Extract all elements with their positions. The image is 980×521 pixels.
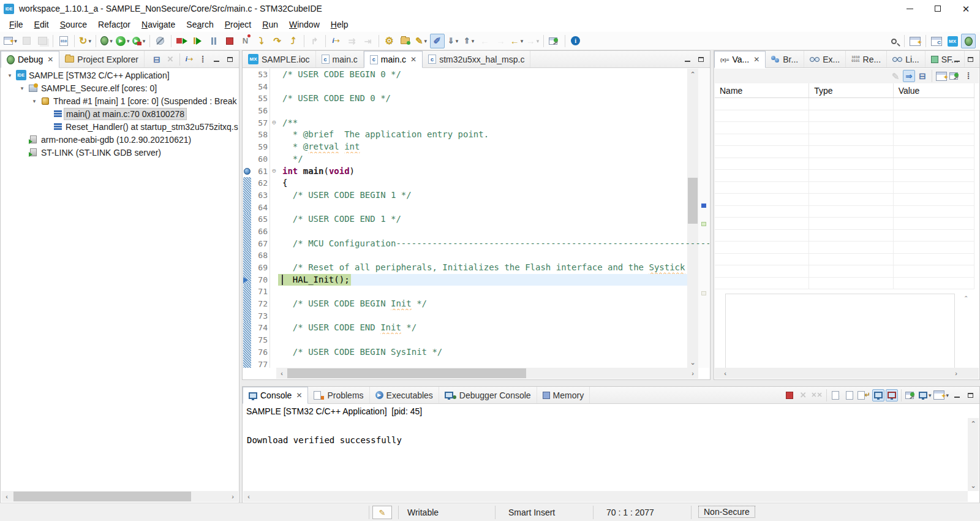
- variables-empty-row[interactable]: [715, 122, 974, 134]
- mark-occurrences-button[interactable]: ✎▾: [414, 34, 429, 48]
- code-line-76[interactable]: 76 /* USER CODE BEGIN SysInit */: [243, 346, 709, 359]
- annotation-gutter[interactable]: [243, 310, 251, 322]
- console-tab-problems[interactable]: Problems: [308, 387, 369, 403]
- menu-project[interactable]: Project: [219, 18, 257, 31]
- last-edit-forward-button[interactable]: →: [494, 34, 508, 48]
- debug-tab-project-explorer[interactable]: Project Explorer: [59, 51, 145, 67]
- step-into-selection-button[interactable]: i➝: [183, 53, 195, 66]
- debug-hscrollbar[interactable]: ‹ ›: [1, 491, 238, 502]
- show-type-names-button[interactable]: ✎: [889, 70, 902, 82]
- view-menu-button[interactable]: ⁞: [962, 70, 974, 82]
- minimize-button[interactable]: [951, 53, 963, 66]
- code-line-61[interactable]: 61⊖int main(void): [243, 165, 709, 178]
- run-button[interactable]: ▶▾: [115, 34, 130, 48]
- code-line-69[interactable]: 69 /* Reset of all peripherals, Initiali…: [243, 262, 709, 274]
- maximize-button[interactable]: [695, 53, 707, 66]
- forward-history-button[interactable]: →▾: [526, 34, 540, 48]
- resume-button[interactable]: [190, 34, 205, 48]
- console-tab-debugger-console[interactable]: Debugger Console: [439, 387, 537, 403]
- build-button[interactable]: 010: [56, 34, 71, 48]
- remove-launch-button[interactable]: ✕: [797, 389, 809, 401]
- collapse-icon[interactable]: ▾: [29, 98, 39, 104]
- variables-empty-row[interactable]: [715, 146, 974, 158]
- code-line-74[interactable]: 74 /* USER CODE END Init */: [243, 322, 709, 334]
- maximize-button[interactable]: [224, 53, 236, 66]
- show-on-stderr-button[interactable]: [886, 389, 898, 401]
- search-button[interactable]: [886, 34, 901, 48]
- variables-empty-row[interactable]: [715, 278, 974, 290]
- run-to-line-button[interactable]: ⇉: [345, 34, 360, 48]
- open-perspective-button[interactable]: ✦: [908, 34, 922, 48]
- annotation-gutter[interactable]: [243, 93, 251, 105]
- pin-editor-button[interactable]: [547, 34, 562, 48]
- annotation-gutter[interactable]: [243, 346, 251, 359]
- editor-vscrollbar[interactable]: ⌃ ⌄: [687, 69, 698, 368]
- code-line-54[interactable]: 54: [243, 81, 709, 93]
- code-line-62[interactable]: 62{: [243, 177, 709, 189]
- close-tab-icon[interactable]: ✕: [47, 55, 53, 64]
- editor-tab-main-c[interactable]: cmain.c: [316, 51, 364, 67]
- next-annotation-button[interactable]: ⇓▾: [446, 34, 461, 48]
- annotation-gutter[interactable]: [243, 298, 251, 310]
- maximize-button[interactable]: [964, 389, 976, 401]
- code-line-65[interactable]: 65 /* USER CODE END 1 */: [243, 213, 709, 226]
- console-tab-executables[interactable]: ▶Executables: [370, 387, 439, 403]
- last-edit-back-button[interactable]: ←: [478, 34, 492, 48]
- code-line-53[interactable]: 53/* USER CODE BEGIN 0 */: [243, 69, 709, 81]
- remove-all-terminated-button[interactable]: ✕✕: [810, 389, 823, 401]
- edit-mode-icon[interactable]: ✎: [372, 506, 392, 519]
- minimize-window-button[interactable]: [895, 0, 924, 17]
- clear-console-button[interactable]: ✕: [830, 389, 842, 401]
- menu-file[interactable]: File: [4, 18, 29, 31]
- annotation-gutter[interactable]: [243, 69, 251, 81]
- breakpoint-icon[interactable]: [244, 168, 251, 175]
- back-history-button[interactable]: ←▾: [510, 34, 524, 48]
- collapse-icon[interactable]: ▾: [5, 72, 15, 78]
- vars-tab-re[interactable]: 10100101Re...: [846, 51, 887, 67]
- editor-tab-stm32u5xx-hal-msp-c[interactable]: cstm32u5xx_hal_msp.c: [423, 51, 530, 67]
- show-logical-structure-button[interactable]: ⇒: [903, 70, 915, 82]
- annotation-gutter[interactable]: [243, 81, 251, 93]
- variable-detail-pane[interactable]: [725, 294, 955, 376]
- display-console-button[interactable]: ▾: [918, 389, 932, 401]
- fold-marker-icon[interactable]: ⊖: [270, 117, 278, 129]
- annotation-gutter[interactable]: [243, 286, 251, 298]
- suspend-button[interactable]: [206, 34, 221, 48]
- save-button[interactable]: [19, 34, 34, 48]
- variables-empty-row[interactable]: [715, 206, 974, 218]
- variables-empty-row[interactable]: [715, 241, 974, 254]
- new-wizard-button[interactable]: ✦▾: [3, 34, 18, 48]
- terminate-button[interactable]: [783, 389, 796, 401]
- editor-tab-main-c[interactable]: cmain.c✕: [364, 51, 423, 68]
- console-vscrollbar[interactable]: ⌃ ⌄: [968, 418, 979, 491]
- maximize-button[interactable]: [964, 53, 976, 66]
- annotation-gutter[interactable]: [243, 189, 251, 202]
- menu-navigate[interactable]: Navigate: [136, 18, 181, 31]
- overview-ruler[interactable]: [698, 69, 709, 368]
- column-header-type[interactable]: Type: [809, 83, 893, 97]
- debug-perspective-button[interactable]: [961, 34, 976, 48]
- variables-empty-row[interactable]: [715, 230, 974, 242]
- word-wrap-button[interactable]: ↵: [857, 389, 871, 401]
- debug-tree-item-arm-none-eabi-gdb[interactable]: arm-none-eabi-gdb (10.2.90.20210621): [1, 133, 238, 146]
- variables-empty-row[interactable]: [715, 110, 974, 123]
- debug-tab-debug[interactable]: Debug✕: [1, 51, 59, 68]
- menu-edit[interactable]: Edit: [29, 18, 55, 31]
- code-line-59[interactable]: 59 * @retval int: [243, 141, 709, 153]
- code-line-75[interactable]: 75: [243, 334, 709, 346]
- code-line-57[interactable]: 57⊖/**: [243, 117, 709, 129]
- variables-empty-row[interactable]: [715, 182, 974, 194]
- variables-empty-row[interactable]: [715, 218, 974, 230]
- menu-source[interactable]: Source: [55, 18, 92, 31]
- vars-tab-ex[interactable]: Ex...: [804, 51, 846, 67]
- annotation-gutter[interactable]: [243, 262, 251, 274]
- move-to-line-button[interactable]: ⇥: [361, 34, 375, 48]
- code-line-63[interactable]: 63 /* USER CODE BEGIN 1 */: [243, 189, 709, 202]
- console-tab-memory[interactable]: Memory: [537, 387, 590, 403]
- annotation-gutter[interactable]: [243, 359, 251, 368]
- variables-empty-row[interactable]: [715, 170, 974, 182]
- open-new-view-button[interactable]: ✦: [935, 70, 948, 82]
- column-header-value[interactable]: Value: [894, 83, 974, 97]
- minimize-button[interactable]: [951, 389, 963, 401]
- cpp-perspective-button[interactable]: C: [929, 34, 944, 48]
